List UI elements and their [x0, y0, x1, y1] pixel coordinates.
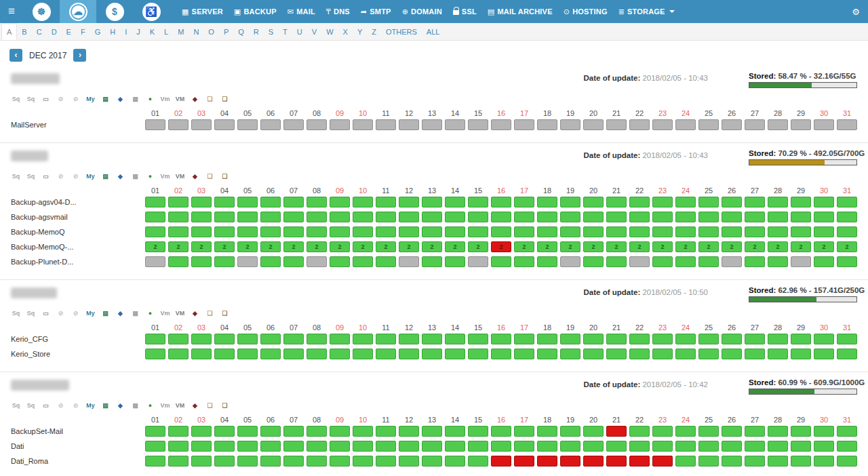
backup-cell-day-31[interactable] — [837, 456, 857, 467]
backup-cell-day-28[interactable] — [768, 456, 788, 467]
backup-cell-day-21[interactable] — [606, 426, 627, 437]
backup-cell-day-31[interactable] — [837, 212, 857, 222]
backup-cell-day-07[interactable] — [283, 441, 304, 452]
backup-cell-day-11[interactable] — [376, 349, 396, 359]
backup-cell-day-18[interactable] — [537, 197, 557, 207]
backup-cell-day-08[interactable] — [307, 426, 327, 437]
user-services-icon[interactable]: ♿ — [142, 3, 161, 21]
backup-cell-day-29[interactable] — [791, 212, 811, 222]
backup-cell-day-24[interactable] — [675, 197, 696, 207]
backup-cell-day-22[interactable] — [629, 441, 650, 452]
backup-cell-day-04[interactable] — [214, 456, 235, 467]
backup-cell-day-21[interactable] — [606, 349, 627, 359]
vmware-icon[interactable]: VM — [175, 400, 185, 410]
backup-cell-day-24[interactable] — [675, 119, 696, 130]
alpha-filter-t[interactable]: T — [278, 23, 292, 40]
backup-cell-day-18[interactable] — [537, 441, 557, 452]
backup-cell-day-30[interactable] — [814, 441, 834, 452]
backup-cell-day-30[interactable] — [814, 456, 834, 467]
backup-cell-day-12[interactable] — [399, 256, 419, 267]
backup-cell-day-28[interactable] — [768, 119, 788, 130]
nav-dns[interactable]: ₸DNS — [326, 7, 350, 16]
backup-cell-day-30[interactable] — [814, 212, 834, 222]
backup-cell-day-20[interactable] — [583, 456, 604, 467]
backup-cell-day-25[interactable] — [698, 334, 719, 344]
backup-cell-day-28[interactable] — [768, 349, 788, 359]
console-icon[interactable]: ▭ — [41, 308, 51, 318]
shield-icon[interactable]: ◆ — [190, 308, 200, 318]
backup-cell-day-20[interactable] — [583, 226, 604, 237]
database-box-icon[interactable]: ◆ — [115, 308, 125, 318]
backup-cell-day-18[interactable] — [537, 349, 557, 359]
backup-cell-day-19[interactable] — [560, 349, 580, 359]
alpha-filter-all[interactable]: ALL — [422, 23, 445, 40]
backup-cell-day-14[interactable] — [445, 256, 465, 267]
backup-cell-day-11[interactable] — [376, 197, 396, 207]
nav-domain[interactable]: ⊕DOMAIN — [402, 7, 442, 16]
backup-cell-day-04[interactable] — [214, 426, 235, 437]
backup-cell-day-05[interactable] — [237, 212, 258, 222]
console-icon[interactable]: ▭ — [41, 171, 51, 181]
next-month-button[interactable]: › — [73, 49, 86, 62]
shield-icon[interactable]: ◆ — [190, 94, 200, 104]
backup-cell-day-31[interactable] — [837, 256, 857, 267]
backup-cell-day-04[interactable] — [214, 212, 235, 222]
backup-cell-day-05[interactable] — [237, 441, 258, 452]
backup-cell-day-31[interactable] — [837, 197, 857, 207]
backup-cell-day-21[interactable]: 2 — [606, 241, 627, 252]
backup-cell-day-29[interactable] — [791, 197, 811, 207]
sql-server-icon[interactable]: Sq — [11, 94, 21, 104]
backup-cell-day-11[interactable] — [376, 456, 396, 467]
backup-cell-day-26[interactable] — [722, 197, 742, 207]
backup-cell-day-24[interactable] — [675, 349, 696, 359]
backup-cell-day-17[interactable] — [514, 256, 534, 267]
backup-cell-day-05[interactable] — [237, 426, 258, 437]
backup-cell-day-11[interactable] — [376, 441, 396, 452]
backup-cell-day-28[interactable] — [768, 256, 788, 267]
backup-cell-day-23[interactable] — [652, 456, 673, 467]
backup-cell-day-22[interactable] — [629, 197, 650, 207]
vmware-icon[interactable]: VM — [175, 308, 185, 318]
backup-cell-day-11[interactable] — [376, 212, 396, 222]
backup-cell-day-27[interactable] — [745, 441, 765, 452]
services-grid-icon[interactable]: ▦ — [130, 171, 140, 181]
backup-cell-day-17[interactable] — [514, 212, 534, 222]
backup-cell-day-05[interactable] — [237, 334, 258, 344]
backup-cell-day-22[interactable] — [629, 334, 650, 344]
backup-cell-day-13[interactable]: 2 — [422, 241, 442, 252]
backup-cell-day-16[interactable] — [491, 441, 511, 452]
backup-cell-day-19[interactable]: 2 — [560, 241, 580, 252]
report-file-icon[interactable]: ❏ — [205, 94, 215, 104]
backup-cell-day-20[interactable] — [583, 334, 604, 344]
backup-cell-day-27[interactable] — [745, 226, 765, 237]
mysql-icon[interactable]: My — [85, 308, 96, 318]
disabled-service2-icon[interactable]: ⊘ — [71, 308, 81, 318]
disabled-service2-icon[interactable]: ⊘ — [71, 400, 81, 410]
backup-cell-day-20[interactable] — [583, 256, 604, 267]
backup-cell-day-05[interactable] — [237, 256, 258, 267]
backup-cell-day-26[interactable] — [722, 349, 742, 359]
backup-cell-day-30[interactable] — [814, 334, 834, 344]
backup-cell-day-19[interactable] — [560, 256, 580, 267]
backup-cell-day-03[interactable] — [191, 212, 212, 222]
backup-cell-day-07[interactable] — [283, 119, 304, 130]
nav-server[interactable]: ▦SERVER — [182, 7, 223, 16]
backup-cell-day-21[interactable] — [606, 226, 627, 237]
backup-cell-day-25[interactable] — [698, 212, 719, 222]
backup-cell-day-12[interactable] — [399, 456, 419, 467]
backup-cell-day-05[interactable]: 2 — [237, 241, 258, 252]
report-file2-icon[interactable]: ❏ — [220, 400, 230, 410]
antivirus-icon[interactable]: ● — [145, 308, 155, 318]
backup-cell-day-25[interactable] — [698, 349, 719, 359]
backup-cell-day-23[interactable] — [652, 256, 673, 267]
backup-cell-day-23[interactable] — [652, 441, 673, 452]
backup-cell-day-04[interactable] — [214, 119, 235, 130]
nav-smtp[interactable]: ➦SMTP — [361, 7, 391, 16]
alpha-filter-e[interactable]: E — [62, 23, 76, 40]
backup-cell-day-09[interactable] — [330, 426, 350, 437]
alpha-filter-f[interactable]: F — [76, 23, 90, 40]
backup-cell-day-01[interactable] — [145, 441, 165, 452]
backup-cell-day-29[interactable] — [791, 256, 811, 267]
sql-server-icon[interactable]: Sq — [11, 400, 21, 410]
backup-cell-day-08[interactable] — [307, 349, 327, 359]
